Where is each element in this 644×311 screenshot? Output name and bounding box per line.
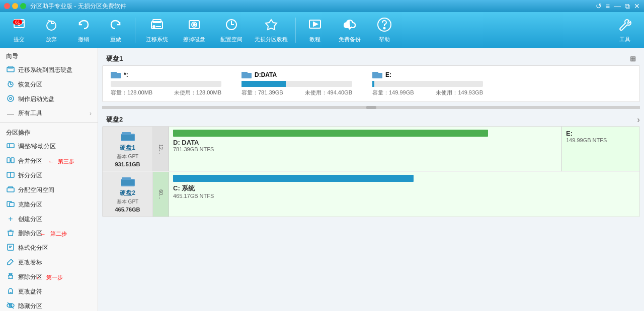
sidebar-item-change-drive[interactable]: 更改盘符 <box>0 284 98 299</box>
disk1-part-e: E: 容量：149.99GB 未使用：149.93GB <box>372 71 483 96</box>
tutorial-button[interactable]: 教程 <box>300 14 330 46</box>
clone-icon <box>187 18 201 34</box>
submit-button[interactable]: 61 提交 <box>4 14 34 46</box>
disk2-disk2-size: 465.76GB <box>115 206 140 213</box>
disk1-part-e-info: 容量：149.99GB 未使用：149.93GB <box>372 89 483 96</box>
create-label: 创建分区 <box>18 215 42 224</box>
window-controls[interactable] <box>4 3 26 9</box>
disk1-part-d: D:DATA 容量：781.39GB 未使用：494.40GB <box>242 71 352 96</box>
sep2 <box>295 18 296 43</box>
sep1 <box>135 18 135 43</box>
sidebar: 向导 迁移系统到固态硬盘 恢复分区 制作启动光盘 — 所有工具 › 分区操作 <box>0 48 98 311</box>
clone-part-icon <box>6 200 15 210</box>
sidebar-item-change-label[interactable]: 更改卷标 <box>0 255 98 270</box>
restore-icon <box>44 18 58 34</box>
migrate-sys-icon <box>6 65 15 75</box>
disk1-part-star-header: *: <box>111 71 221 79</box>
disk1-title: 硬盘1 <box>106 54 123 63</box>
close-dot[interactable] <box>4 3 10 9</box>
titlebar-minimize[interactable]: — <box>614 2 621 11</box>
maximize-dot[interactable] <box>20 3 26 9</box>
redo-button[interactable]: 重做 <box>101 14 131 46</box>
disk2-disk2-small-part[interactable]: 60... <box>153 172 169 217</box>
tools-button-wrapper: 工具 <box>610 14 640 46</box>
sidebar-item-merge[interactable]: 合并分区 ← 第三步 <box>0 154 98 168</box>
disk1-part-d-label: D:DATA <box>255 71 277 78</box>
disk2-disk1-e-part[interactable]: E: 149.99GB NTFS <box>561 127 639 171</box>
svg-rect-50 <box>121 135 134 140</box>
separator-handle[interactable] <box>366 106 376 109</box>
undo-button[interactable]: 撤销 <box>68 14 99 46</box>
disk-separator <box>102 106 640 109</box>
tools-button[interactable]: 工具 <box>610 14 640 46</box>
sidebar-divider-1 <box>0 122 98 123</box>
disk2-disk1-e-detail: 149.99GB NTFS <box>566 137 635 143</box>
sidebar-item-split[interactable]: 拆分分区 <box>0 168 98 183</box>
wizard-button[interactable]: 无损分区教程 <box>251 14 291 46</box>
restore-part-icon <box>6 80 15 89</box>
minimize-dot[interactable] <box>12 3 18 9</box>
disk1-part-d-header: D:DATA <box>242 71 352 79</box>
all-tools-icon: — <box>6 110 15 118</box>
svg-point-17 <box>8 95 14 101</box>
sidebar-item-allocate-space[interactable]: 分配空闲空间 <box>0 183 98 197</box>
disk2-scroll-right[interactable]: › <box>637 115 640 125</box>
svg-rect-19 <box>7 144 14 148</box>
svg-point-4 <box>153 26 155 28</box>
disk1-icons: ⊞ <box>630 55 636 63</box>
format-icon <box>6 243 15 253</box>
disk1-part-e-header: E: <box>372 71 483 79</box>
change-label-icon <box>6 258 15 267</box>
disk1-part-d-capacity: 容量：781.39GB <box>242 89 283 96</box>
svg-point-12 <box>384 27 385 29</box>
sidebar-item-hide[interactable]: 隐藏分区 <box>0 299 98 311</box>
titlebar-close[interactable]: ✕ <box>634 2 640 11</box>
sidebar-item-adjust[interactable]: 调整/移动分区 <box>0 139 98 154</box>
disk2-disk1-small-part[interactable]: 12... <box>153 127 169 171</box>
main-layout: 向导 迁移系统到固态硬盘 恢复分区 制作启动光盘 — 所有工具 › 分区操作 <box>0 48 644 311</box>
disk2-disk2-main-part[interactable]: C: 系统 465.17GB NTFS <box>169 172 639 217</box>
disk1-part-star-capacity: 容量：128.00MB <box>111 89 152 96</box>
sidebar-item-clone-part[interactable]: 克隆分区 <box>0 197 98 212</box>
tutorial-icon <box>308 18 322 34</box>
delete-icon <box>6 229 15 238</box>
sidebar-item-all-tools[interactable]: — 所有工具 › <box>0 107 98 120</box>
disk1-part-star-bar <box>111 81 221 87</box>
sidebar-item-wipe[interactable]: 擦除分区 ← 第一步 <box>0 270 98 284</box>
disk1-section: 硬盘1 ⊞ *: 容量：128.00MB <box>102 52 640 102</box>
sidebar-item-make-boot[interactable]: 制作启动光盘 <box>0 92 98 107</box>
titlebar-restore[interactable]: ⧉ <box>625 2 630 11</box>
restore-label: 放弃 <box>46 36 57 43</box>
sidebar-item-restore-part[interactable]: 恢复分区 <box>0 77 98 92</box>
svg-rect-22 <box>11 158 14 163</box>
help-button[interactable]: 帮助 <box>369 14 399 46</box>
disk1-grid-icon[interactable]: ⊞ <box>630 55 636 63</box>
restore-button[interactable]: 放弃 <box>36 14 66 46</box>
svg-rect-28 <box>10 202 14 206</box>
disk1-part-star: *: 容量：128.00MB 未使用：128.00MB <box>111 71 221 96</box>
backup-button[interactable]: 免费备份 <box>332 14 367 46</box>
clone-button[interactable]: 擦掉磁盘 <box>177 14 212 46</box>
clone-part-label: 克隆分区 <box>18 200 42 209</box>
disk2-disk2-type: 基本 GPT <box>117 198 138 205</box>
migrate-button[interactable]: 迁移系统 <box>139 14 175 46</box>
disk1-overview: *: 容量：128.00MB 未使用：128.00MB D:DATA <box>102 65 640 102</box>
merge-label: 合并分区 <box>18 157 42 165</box>
disk1-part-e-capacity: 容量：149.99GB <box>372 89 414 96</box>
wizard-icon <box>264 18 278 34</box>
sidebar-item-delete[interactable]: 删除分区 ← 第二步 <box>0 226 98 241</box>
disk2-header: 硬盘2 › <box>102 113 640 126</box>
sidebar-item-create[interactable]: + 创建分区 <box>0 212 98 226</box>
sidebar-item-format[interactable]: 格式化分区 <box>0 241 98 255</box>
titlebar-menu[interactable]: ≡ <box>606 2 610 11</box>
sidebar-item-migrate-sys[interactable]: 迁移系统到固态硬盘 <box>0 63 98 77</box>
titlebar: 分区助手专业版 - 无损分区免费软件 ↺ ≡ — ⧉ ✕ <box>0 0 644 12</box>
titlebar-refresh[interactable]: ↺ <box>596 2 602 11</box>
allocate-button[interactable]: 配置空间 <box>214 14 249 46</box>
split-icon <box>6 171 15 180</box>
hide-icon <box>6 301 15 311</box>
disk1-part-e-free: 未使用：149.93GB <box>436 89 483 96</box>
merge-arrow: ← <box>48 157 54 165</box>
backup-icon <box>343 18 357 34</box>
disk2-disk1-main-part[interactable]: D: DATA 781.39GB NTFS <box>169 127 561 171</box>
